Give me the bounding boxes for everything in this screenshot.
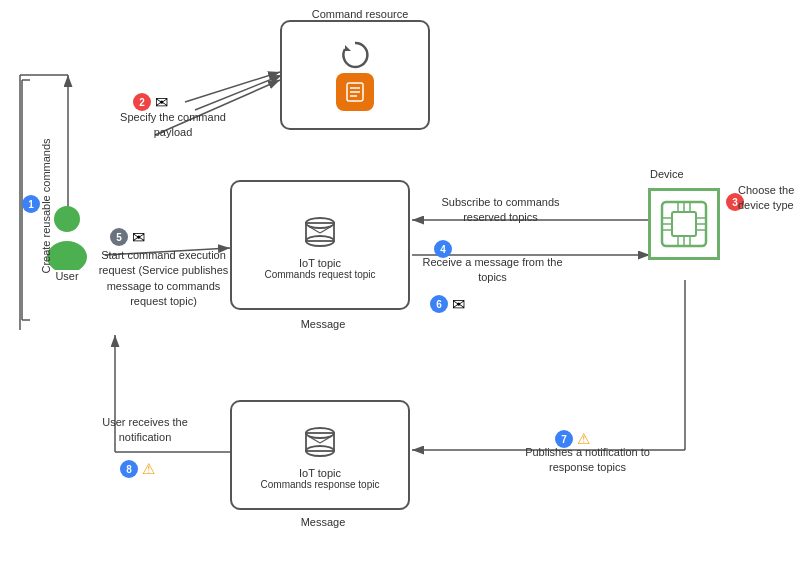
- iot-lower-icon: [299, 421, 341, 463]
- svg-point-34: [47, 241, 87, 270]
- svg-line-7: [185, 72, 280, 102]
- mail-icon-6: ✉: [452, 295, 465, 314]
- step8-label: User receives the notification: [80, 415, 210, 446]
- badge-2: 2: [133, 93, 151, 111]
- step5-label: Start command execution request (Service…: [96, 248, 231, 310]
- iot-upper-title: IoT topic: [299, 257, 341, 269]
- iot-lower-box: IoT topic Commands response topic: [230, 400, 410, 510]
- step3-label: Choose the device type: [738, 183, 808, 214]
- svg-marker-18: [345, 45, 351, 51]
- step4-label: Receive a message from the topics: [420, 255, 565, 286]
- iot-lower-footer: Message: [258, 516, 388, 528]
- create-reusable-label: Create reusable commands: [40, 138, 52, 273]
- svg-point-33: [54, 206, 80, 232]
- iot-upper-box: IoT topic Commands request topic: [230, 180, 410, 310]
- mail-icon-5: ✉: [132, 228, 145, 247]
- alert-icon-8: ⚠: [142, 460, 155, 478]
- badge-1: 1: [22, 195, 40, 213]
- iot-upper-footer: Message: [258, 318, 388, 330]
- refresh-icon: [339, 39, 371, 71]
- iot-upper-icon: [299, 211, 341, 253]
- subscribe-label: Subscribe to commands reserved topics: [428, 195, 573, 226]
- badge-5: 5: [110, 228, 128, 246]
- step2-label: Specify the command payload: [118, 110, 228, 141]
- command-resource-box: [280, 20, 430, 130]
- resource-icon: [336, 73, 374, 111]
- svg-line-6: [195, 75, 282, 110]
- iot-upper-subtitle: Commands request topic: [264, 269, 375, 280]
- svg-rect-36: [672, 212, 696, 236]
- badge-6: 6: [430, 295, 448, 313]
- device-box: [648, 188, 720, 260]
- command-resource-label: Command resource: [295, 8, 425, 20]
- badge-8: 8: [120, 460, 138, 478]
- diagram: Command resource IoT topic Commands requ…: [0, 0, 810, 563]
- iot-lower-title: IoT topic: [299, 467, 341, 479]
- user-label: User: [55, 270, 78, 282]
- device-icon: [658, 198, 710, 250]
- iot-lower-subtitle: Commands response topic: [261, 479, 380, 490]
- step7-label: Publishes a notification to response top…: [515, 445, 660, 476]
- device-label: Device: [650, 168, 684, 180]
